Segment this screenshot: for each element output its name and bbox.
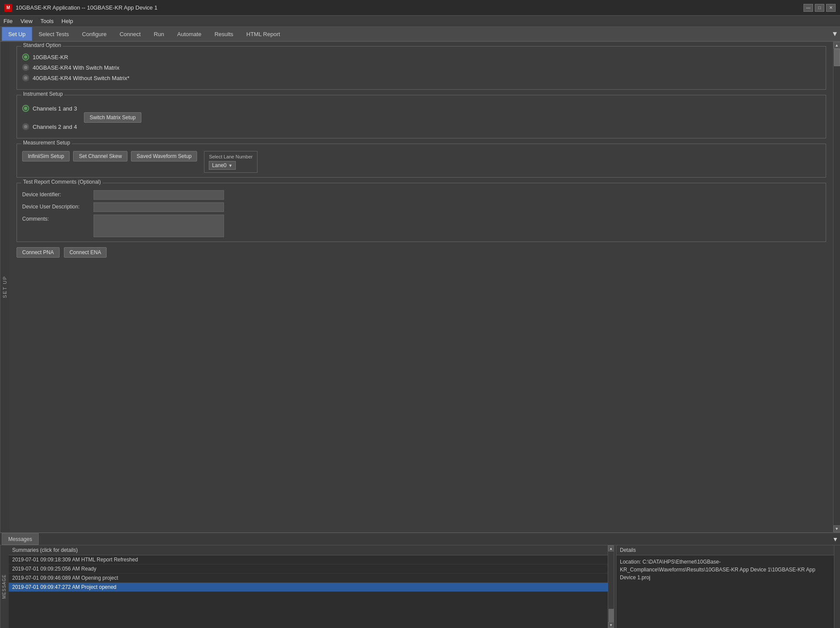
radio-row-10gbase[interactable]: 10GBASE-KR <box>22 54 820 60</box>
measurement-buttons: InfiniiSim Setup Set Channel Skew Saved … <box>22 151 197 161</box>
tab-run[interactable]: Run <box>147 27 171 41</box>
summaries-header: Summaries (click for details) <box>9 545 608 555</box>
main-scrollbar[interactable]: ▲ ▼ <box>833 42 840 532</box>
tab-html-report[interactable]: HTML Report <box>240 27 287 41</box>
radio-40gbase-switch-label: 40GBASE-KR4 With Switch Matrix <box>33 64 119 71</box>
lane-dropdown[interactable]: Lane0 ▼ <box>209 161 235 170</box>
details-header: Details <box>616 545 834 555</box>
tab-automate[interactable]: Automate <box>171 27 208 41</box>
window-controls: — □ ✕ <box>803 4 836 12</box>
messages-body: MESSAGE Summaries (click for details) 20… <box>0 545 840 628</box>
radio-40gbase-noswitch-label: 40GBASE-KR4 Without Switch Matrix* <box>33 75 130 81</box>
messages-right-panel: Details Location: C:\DATA\HPS\Ethernet\1… <box>616 545 834 628</box>
radio-ch13[interactable] <box>22 105 29 112</box>
messages-tab-bar: Messages ▼ <box>0 533 840 545</box>
test-report-section: Test Report Comments (Optional) Device I… <box>17 183 826 242</box>
messages-list: 2019-07-01 09:09:18:309 AM HTML Report R… <box>9 555 608 628</box>
radio-40gbase-noswitch[interactable] <box>22 74 29 81</box>
menu-bar: File View Tools Help <box>0 16 840 27</box>
infiniisim-setup-button[interactable]: InfiniiSim Setup <box>22 151 70 161</box>
radio-row-40gbase-noswitch[interactable]: 40GBASE-KR4 Without Switch Matrix* <box>22 74 820 81</box>
menu-view[interactable]: View <box>20 18 33 24</box>
title-bar: M 10GBASE-KR Application -- 10GBASE-KR A… <box>0 0 840 16</box>
connect-ena-button[interactable]: Connect ENA <box>64 247 107 258</box>
messages-sb-down[interactable]: ▼ <box>608 622 614 628</box>
device-user-desc-label: Device User Description: <box>22 202 92 210</box>
lane-select-title: Select Lane Number <box>209 154 252 159</box>
close-button[interactable]: ✕ <box>826 4 836 12</box>
message-row-selected[interactable]: 2019-07-01 09:09:47:272 AM Project opene… <box>9 583 608 592</box>
messages-panel: Messages ▼ MESSAGE Summaries (click for … <box>0 532 840 628</box>
measurement-setup-title: Measurement Setup <box>21 140 72 146</box>
test-report-title: Test Report Comments (Optional) <box>21 179 103 185</box>
messages-tab-arrow[interactable]: ▼ <box>832 536 838 543</box>
switch-matrix-setup-button[interactable]: Switch Matrix Setup <box>84 112 141 123</box>
scrollbar-thumb[interactable] <box>834 49 840 66</box>
standard-option-title: Standard Option <box>21 42 63 48</box>
scrollbar-up-button[interactable]: ▲ <box>833 42 840 49</box>
main-area: SET UP Standard Option 10GBASE-KR 40GBAS… <box>0 42 840 532</box>
radio-ch13-label: Channels 1 and 3 <box>33 105 77 112</box>
maximize-button[interactable]: □ <box>815 4 824 12</box>
messages-sb-track[interactable] <box>608 551 614 622</box>
side-label: SET UP <box>0 42 10 532</box>
messages-tab-label: Messages <box>8 536 32 542</box>
radio-row-ch13[interactable]: Channels 1 and 3 <box>22 105 77 112</box>
menu-help[interactable]: Help <box>61 18 73 24</box>
set-channel-skew-button[interactable]: Set Channel Skew <box>73 151 127 161</box>
tab-bar: Set Up Select Tests Configure Connect Ru… <box>0 27 840 42</box>
messages-side-label: MESSAGE <box>0 545 9 628</box>
tab-connect[interactable]: Connect <box>113 27 147 41</box>
tab-scroll-arrow[interactable]: ▼ <box>831 30 838 38</box>
details-text: Location: C:\DATA\HPS\Ethernet\10GBase-K… <box>620 559 815 581</box>
message-row[interactable]: 2019-07-01 09:09:46:089 AM Opening proje… <box>9 574 608 583</box>
scrollbar-down-button[interactable]: ▼ <box>833 525 840 532</box>
radio-10gbase[interactable] <box>22 54 29 60</box>
device-user-desc-input[interactable] <box>94 202 224 212</box>
lane-select-box: Select Lane Number Lane0 ▼ <box>204 151 257 173</box>
lane-value: Lane0 <box>212 162 226 168</box>
instrument-setup-section: Instrument Setup Channels 1 and 3 Channe… <box>17 95 826 138</box>
messages-scrollbar[interactable]: ▲ ▼ <box>608 545 614 628</box>
tab-results[interactable]: Results <box>208 27 240 41</box>
radio-row-ch24[interactable]: Channels 2 and 4 <box>22 123 77 130</box>
messages-sb-thumb[interactable] <box>609 609 614 622</box>
details-scrollbar[interactable] <box>834 545 840 628</box>
measurement-setup-section: Measurement Setup InfiniiSim Setup Set C… <box>17 144 826 178</box>
standard-option-section: Standard Option 10GBASE-KR 40GBASE-KR4 W… <box>17 46 826 90</box>
menu-tools[interactable]: Tools <box>40 18 54 24</box>
app-icon: M <box>4 4 12 12</box>
details-body: Location: C:\DATA\HPS\Ethernet\10GBase-K… <box>616 555 834 628</box>
window-title: 10GBASE-KR Application -- 10GBASE-KR App… <box>16 4 800 11</box>
channel-radio-col: Channels 1 and 3 Channels 2 and 4 <box>22 101 77 134</box>
radio-ch24[interactable] <box>22 123 29 130</box>
menu-file[interactable]: File <box>3 18 13 24</box>
instrument-setup-title: Instrument Setup <box>21 91 64 97</box>
radio-10gbase-label: 10GBASE-KR <box>33 54 68 60</box>
radio-40gbase-switch[interactable] <box>22 64 29 71</box>
radio-ch24-label: Channels 2 and 4 <box>33 124 77 130</box>
test-report-form: Device Identifier: Device User Descripti… <box>22 190 820 237</box>
minimize-button[interactable]: — <box>803 4 813 12</box>
scrollbar-track[interactable] <box>833 49 840 525</box>
connect-pna-button[interactable]: Connect PNA <box>17 247 60 258</box>
comments-input[interactable] <box>94 215 224 237</box>
device-id-input[interactable] <box>94 190 224 200</box>
messages-sb-up[interactable]: ▲ <box>608 545 614 551</box>
tab-configure[interactable]: Configure <box>76 27 113 41</box>
messages-tab[interactable]: Messages <box>2 533 39 545</box>
message-row[interactable]: 2019-07-01 09:09:25:056 AM Ready <box>9 564 608 574</box>
tab-setup[interactable]: Set Up <box>2 27 32 41</box>
messages-left-panel: Summaries (click for details) 2019-07-01… <box>9 545 608 628</box>
lane-select: Lane0 ▼ <box>209 161 252 170</box>
comments-label: Comments: <box>22 215 92 222</box>
tab-select-tests[interactable]: Select Tests <box>32 27 76 41</box>
radio-row-40gbase-switch[interactable]: 40GBASE-KR4 With Switch Matrix <box>22 64 820 71</box>
saved-waveform-setup-button[interactable]: Saved Waveform Setup <box>131 151 197 161</box>
device-id-label: Device Identifier: <box>22 190 92 198</box>
content-area: Standard Option 10GBASE-KR 40GBASE-KR4 W… <box>10 42 833 532</box>
message-row[interactable]: 2019-07-01 09:09:18:309 AM HTML Report R… <box>9 555 608 564</box>
connect-buttons-row: Connect PNA Connect ENA <box>17 247 826 258</box>
lane-dropdown-arrow: ▼ <box>228 163 233 168</box>
